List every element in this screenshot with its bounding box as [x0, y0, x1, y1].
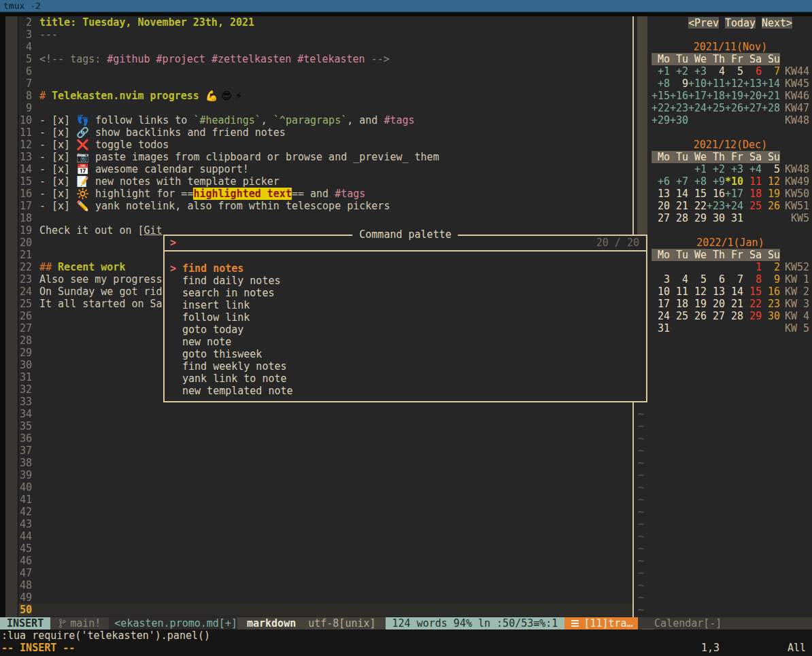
buffer-line[interactable]: 5<!-- tags: #github #project #zettelkast… — [18, 53, 632, 65]
left-scrollbar[interactable] — [5, 16, 18, 617]
calendar-day[interactable]: +25 — [707, 102, 725, 114]
calendar-day[interactable]: +16 — [670, 90, 688, 102]
buffer-line[interactable]: 38 — [18, 457, 632, 469]
calendar-day[interactable]: 6 — [707, 273, 725, 286]
calendar-day[interactable]: 17 — [652, 298, 670, 310]
calendar-day[interactable]: 16 — [762, 286, 780, 298]
buffer-line[interactable]: 43 — [18, 518, 632, 530]
calendar-day[interactable]: 8 — [743, 273, 762, 286]
calendar-day[interactable]: 15 — [743, 286, 762, 298]
calendar-day[interactable]: 28 — [670, 212, 688, 224]
calendar-day[interactable]: +17 — [688, 90, 707, 102]
calendar-day[interactable]: +12 — [725, 77, 743, 90]
buffer-line[interactable]: 44 — [18, 530, 632, 542]
buffer-line[interactable]: 9 — [18, 102, 632, 114]
calendar-day[interactable]: 19 — [688, 298, 707, 310]
calendar-day[interactable]: 20 — [707, 298, 725, 310]
calendar-day[interactable]: +20 — [743, 90, 762, 102]
buffer-line[interactable]: 39 — [18, 469, 632, 481]
calendar-day[interactable]: +10 — [688, 77, 707, 90]
calendar-day[interactable]: 28 — [725, 310, 743, 322]
calendar-day[interactable]: 18 — [743, 188, 762, 200]
buffer-line[interactable]: 36 — [18, 432, 632, 445]
calendar-day[interactable]: +23 — [707, 200, 725, 212]
calendar-day[interactable]: 5 — [725, 65, 743, 77]
calendar-day[interactable]: +6 — [652, 175, 670, 188]
buffer-line[interactable]: 11- [x] 🔗 show backlinks and friend note… — [18, 126, 632, 139]
calendar-day[interactable]: 2 — [762, 261, 780, 273]
buffer-line[interactable]: 35 — [18, 420, 632, 432]
palette-item[interactable]: follow link — [165, 311, 646, 324]
calendar-day[interactable]: 7 — [725, 273, 743, 286]
calendar-day[interactable]: 1 — [743, 261, 762, 273]
command-line[interactable]: :lua require('telekasten').panel() — [1, 629, 210, 642]
calendar-day[interactable]: +28 — [762, 102, 780, 114]
buffer-line[interactable]: 17- [x] ✏️ yank notelink, also from wthi… — [18, 200, 632, 212]
calendar-day[interactable]: 23 — [762, 298, 780, 310]
palette-item[interactable]: find weekly notes — [165, 360, 646, 373]
buffer-line[interactable]: 7 — [18, 77, 632, 90]
buffer-line[interactable]: 3--- — [18, 29, 632, 41]
calendar-day[interactable]: 30 — [762, 310, 780, 322]
calendar-day[interactable]: 22 — [743, 298, 762, 310]
calendar-day[interactable]: +26 — [725, 102, 743, 114]
buffer-line[interactable]: 40 — [18, 481, 632, 494]
calendar-day[interactable]: 12 — [762, 175, 780, 188]
calendar-day[interactable]: +29 — [652, 114, 670, 126]
calendar-day[interactable]: +3 — [688, 65, 707, 77]
calendar-day[interactable]: 16 — [707, 188, 725, 200]
palette-item[interactable]: goto today — [165, 324, 646, 336]
calendar-day[interactable]: +3 — [725, 163, 743, 175]
buffer-line[interactable]: 6 — [18, 65, 632, 77]
calendar-day[interactable]: +4 — [743, 163, 762, 175]
palette-item[interactable]: insert link — [165, 299, 646, 311]
calendar-day[interactable]: 27 — [652, 212, 670, 224]
calendar-day[interactable]: 4 — [707, 65, 725, 77]
calendar-day[interactable]: +1 — [652, 65, 670, 77]
calendar-day[interactable]: +30 — [670, 114, 688, 126]
buffer-line[interactable]: 34 — [18, 408, 632, 420]
calendar-day[interactable]: 14 — [670, 188, 688, 200]
calendar-day[interactable]: 31 — [725, 212, 743, 224]
calendar-day[interactable]: 21 — [670, 200, 688, 212]
calendar-day[interactable]: 25 — [670, 310, 688, 322]
buffer-line[interactable]: 49 — [18, 591, 632, 604]
palette-item[interactable]: goto thisweek — [165, 348, 646, 360]
calendar-day[interactable]: +13 — [743, 77, 762, 90]
palette-item[interactable]: search in notes — [165, 287, 646, 299]
calendar-day[interactable]: 20 — [652, 200, 670, 212]
palette-item[interactable]: yank link to note — [165, 373, 646, 385]
buffer-line[interactable]: 8# Telekasten.nvim progress 💪 😎 ⚡ — [18, 90, 632, 102]
calendar-day[interactable]: 30 — [707, 212, 725, 224]
calendar-day[interactable]: 18 — [670, 298, 688, 310]
calendar-day[interactable]: 13 — [652, 188, 670, 200]
calendar-today-button[interactable]: Today — [725, 17, 756, 29]
calendar-day[interactable]: +11 — [707, 77, 725, 90]
buffer-line[interactable]: 42 — [18, 506, 632, 518]
calendar-day[interactable]: +8 — [652, 77, 670, 90]
buffer-line[interactable]: 12- [x] ❌ toggle todos — [18, 139, 632, 151]
calendar-day[interactable]: 12 — [688, 286, 707, 298]
buffer-line[interactable]: 48 — [18, 579, 632, 591]
calendar-day[interactable]: +14 — [762, 77, 780, 90]
palette-item[interactable]: new templated note — [165, 385, 646, 397]
calendar-day[interactable]: 31 — [652, 322, 670, 334]
calendar-day[interactable]: 9 — [670, 77, 688, 90]
calendar-day[interactable]: 21 — [725, 298, 743, 310]
calendar-day[interactable]: 15 — [688, 188, 707, 200]
calendar-next-button[interactable]: Next> — [762, 17, 792, 29]
buffer-line[interactable]: 50 — [18, 604, 632, 616]
calendar-day[interactable]: +23 — [670, 102, 688, 114]
calendar-day[interactable]: 24 — [652, 310, 670, 322]
calendar-day[interactable]: +22 — [652, 102, 670, 114]
calendar-day[interactable]: 22 — [688, 200, 707, 212]
calendar-day[interactable]: +7 — [670, 175, 688, 188]
calendar-day[interactable]: +21 — [762, 90, 780, 102]
buffer-line[interactable]: 15- [x] 📝 new notes with template picker — [18, 175, 632, 188]
calendar-day[interactable]: +27 — [743, 102, 762, 114]
calendar-day[interactable]: +24 — [725, 200, 743, 212]
calendar-day[interactable]: 13 — [707, 286, 725, 298]
calendar-day[interactable]: 5 — [688, 273, 707, 286]
calendar-day[interactable]: 19 — [762, 188, 780, 200]
calendar-day[interactable]: +1 — [688, 163, 707, 175]
